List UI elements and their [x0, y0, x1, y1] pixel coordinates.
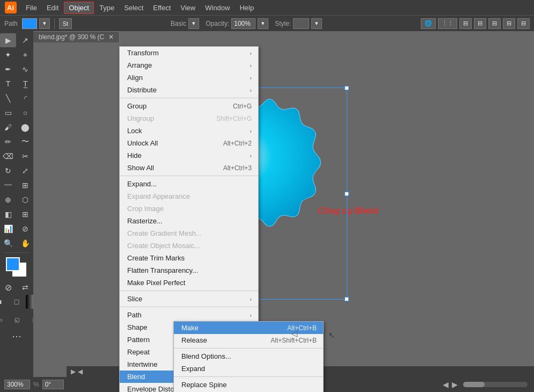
menu-item-path[interactable]: Path › — [120, 309, 258, 321]
shape-builder-tool[interactable]: ⊕ — [0, 193, 16, 207]
menu-item-slice[interactable]: Slice › — [120, 293, 258, 305]
pencil-tool[interactable]: ✏ — [0, 135, 16, 149]
pen-tool[interactable]: ✒ — [0, 62, 16, 76]
menu-item-flatten-transparency[interactable]: Flatten Transparency... — [120, 264, 258, 277]
menu-item-pixel-perfect[interactable]: Make Pixel Perfect — [120, 277, 258, 289]
eraser-tool[interactable]: ⌫ — [0, 149, 16, 163]
paintbrush-tool[interactable]: 🖌 — [0, 120, 16, 134]
fill-none[interactable]: ⊘ — [0, 280, 16, 294]
menu-edit[interactable]: Edit — [42, 2, 63, 13]
menu-item-ungroup[interactable]: Ungroup Shift+Ctrl+G — [120, 112, 258, 125]
scissors-tool[interactable]: ✂ — [17, 149, 33, 163]
warp-tool[interactable]: 〰 — [0, 178, 16, 192]
smooth-tool[interactable]: 〜 — [17, 135, 33, 149]
stroke-btn[interactable]: □ — [9, 295, 25, 309]
menu-help[interactable]: Help — [235, 2, 258, 13]
menu-item-show-all[interactable]: Show All Alt+Ctrl+3 — [120, 162, 258, 174]
style-swatch[interactable] — [293, 18, 309, 29]
opacity-input[interactable] — [231, 18, 255, 29]
ellipse-tool[interactable]: ○ — [17, 106, 33, 120]
color-box-area[interactable] — [6, 257, 27, 278]
scroll-left-btn[interactable]: ◀ — [443, 380, 449, 389]
doc-tab[interactable]: blend.jpg* @ 300 % (C ✕ — [33, 31, 120, 42]
more-tools-btn[interactable]: ⋯ — [9, 329, 25, 343]
grid-btn[interactable]: ⋮⋮ — [438, 18, 457, 29]
line-tool[interactable]: ╲ — [0, 91, 16, 105]
free-transform-tool[interactable]: ⊞ — [17, 178, 33, 192]
style-dropdown[interactable]: ▾ — [311, 18, 322, 29]
arc-tool[interactable]: ◜ — [17, 91, 33, 105]
menu-file[interactable]: File — [21, 2, 41, 13]
play-btn[interactable]: ▶ — [71, 368, 76, 375]
menu-item-distribute[interactable]: Distribute › — [120, 84, 258, 96]
menu-object[interactable]: Object — [64, 2, 94, 14]
menu-effect[interactable]: Effect — [149, 2, 175, 13]
magic-wand-tool[interactable]: ✦ — [0, 48, 16, 62]
opacity-dropdown[interactable]: ▾ — [258, 18, 268, 29]
menu-type[interactable]: Type — [95, 2, 119, 13]
hand-tool[interactable]: ✋ — [17, 236, 33, 250]
blob-brush-tool[interactable]: ⬤ — [17, 120, 33, 134]
scroll-thumb[interactable] — [463, 382, 485, 387]
blend-submenu-release[interactable]: Release Alt+Shift+Ctrl+B — [174, 334, 323, 346]
draw-behind-btn[interactable]: ◱ — [9, 313, 25, 326]
menu-item-transform[interactable]: Transform › — [120, 47, 258, 59]
mesh-tool[interactable]: ⊞ — [17, 207, 33, 221]
align-btn1[interactable]: ⊟ — [459, 18, 472, 29]
menu-item-arrange[interactable]: Arrange › — [120, 59, 258, 71]
blend-submenu-replace-spine[interactable]: Replace Spine — [174, 379, 323, 391]
menu-item-lock[interactable]: Lock › — [120, 125, 258, 137]
zoom-input[interactable] — [4, 380, 30, 389]
menu-item-expand[interactable]: Expand... — [120, 178, 258, 190]
menu-item-gradient-mesh[interactable]: Create Gradient Mesh... — [120, 227, 258, 239]
menu-window[interactable]: Window — [201, 2, 234, 13]
align-btn5[interactable]: ⊟ — [517, 18, 530, 29]
globe-btn[interactable]: 🌐 — [421, 18, 436, 29]
color-options-btn[interactable]: ▾ — [39, 18, 50, 29]
style-btn[interactable]: St — [59, 18, 72, 29]
swap-colors[interactable]: ⇄ — [17, 280, 33, 294]
prev-btn[interactable]: ◀ — [78, 368, 83, 375]
touch-type-tool[interactable]: T̲ — [17, 77, 33, 91]
scale-tool[interactable]: ⤢ — [17, 164, 33, 178]
menu-item-crop-image[interactable]: Crop Image — [120, 202, 258, 215]
rect-tool[interactable]: ▭ — [0, 106, 16, 120]
fill-btn[interactable]: ■ — [0, 295, 8, 309]
menu-item-align[interactable]: Align › — [120, 71, 258, 84]
zoom-tool[interactable]: 🔍 — [0, 236, 16, 250]
menu-item-object-mosaic[interactable]: Create Object Mosaic... — [120, 239, 258, 252]
scroll-right-btn[interactable]: ▶ — [452, 380, 458, 389]
angle-input[interactable] — [42, 380, 64, 389]
align-btn3[interactable]: ⊟ — [488, 18, 501, 29]
fg-color[interactable] — [6, 257, 20, 271]
draw-normal-btn[interactable]: ▭ — [0, 313, 8, 326]
type-tool[interactable]: T — [0, 77, 16, 91]
mode-dropdown[interactable]: ▾ — [188, 18, 199, 29]
lasso-tool[interactable]: ⌖ — [17, 48, 33, 62]
menu-item-expand-appearance[interactable]: Expand Appearance — [120, 190, 258, 202]
direct-selection-tool[interactable]: ↗ — [17, 33, 33, 47]
menu-view[interactable]: View — [176, 2, 200, 13]
scroll-track[interactable] — [463, 382, 528, 387]
menu-item-rasterize[interactable]: Rasterize... — [120, 215, 258, 227]
menu-select[interactable]: Select — [120, 2, 148, 13]
selection-tool[interactable]: ▶ — [0, 33, 16, 47]
blend-submenu-expand[interactable]: Expand — [174, 362, 323, 375]
blend-submenu-make[interactable]: Make Alt+Ctrl+B — [174, 322, 323, 334]
menu-item-group[interactable]: Group Ctrl+G — [120, 100, 258, 112]
menu-item-unlock-all[interactable]: Unlock All Alt+Ctrl+2 — [120, 137, 258, 149]
menu-item-hide[interactable]: Hide › — [120, 149, 258, 162]
color-swatch[interactable] — [22, 18, 37, 29]
live-paint-tool[interactable]: ⬡ — [17, 193, 33, 207]
align-btn4[interactable]: ⊟ — [503, 18, 515, 29]
chart-tool[interactable]: 📊 — [0, 222, 16, 236]
curvature-tool[interactable]: ∿ — [17, 62, 33, 76]
menu-item-trim-marks[interactable]: Create Trim Marks — [120, 252, 258, 264]
slice-tool[interactable]: ⊘ — [17, 222, 33, 236]
doc-close-btn[interactable]: ✕ — [108, 33, 114, 41]
blend-submenu[interactable]: Make Alt+Ctrl+B Release Alt+Shift+Ctrl+B… — [173, 321, 324, 392]
align-btn2[interactable]: ⊟ — [474, 18, 486, 29]
blend-submenu-options[interactable]: Blend Options... — [174, 350, 323, 362]
gradient-tool[interactable]: ◧ — [0, 207, 16, 221]
rotate-tool[interactable]: ↻ — [0, 164, 16, 178]
